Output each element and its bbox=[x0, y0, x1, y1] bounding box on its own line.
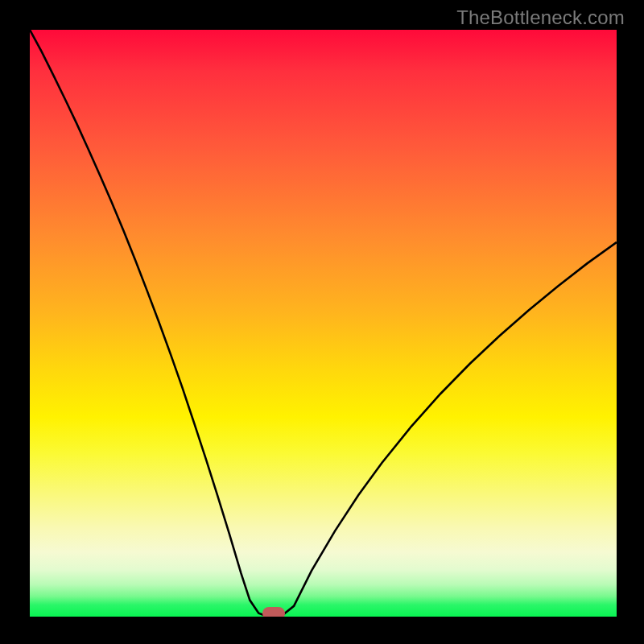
bottleneck-curve bbox=[30, 30, 617, 616]
optimal-marker bbox=[262, 607, 285, 617]
plot-area bbox=[30, 30, 617, 617]
watermark-text: TheBottleneck.com bbox=[456, 6, 625, 29]
curve-svg bbox=[30, 30, 617, 617]
chart-frame: TheBottleneck.com bbox=[0, 0, 644, 644]
